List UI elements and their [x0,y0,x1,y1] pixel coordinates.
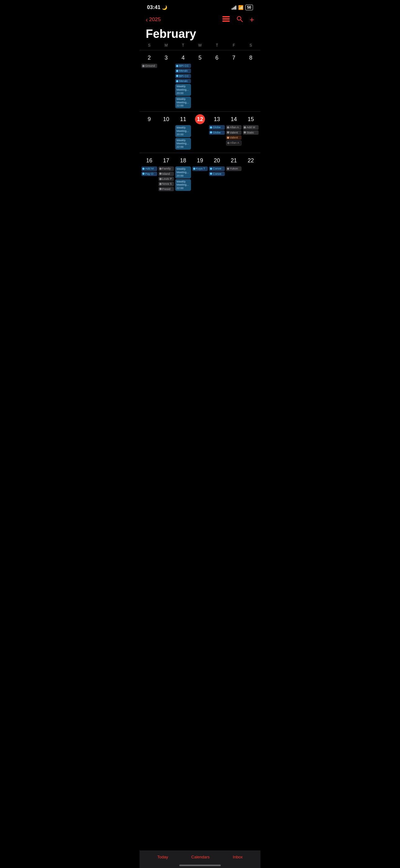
week-row-2: 9 10 11 WeeklyMeeting...20:00 WeeklyMeet… [139,112,261,153]
day-cell-17[interactable]: 17 Family Island Louis P Nova S Presid [158,155,175,192]
day-cell-18[interactable]: 18 WeeklyMeeting...20:00 WeeklyMeeting..… [174,155,192,192]
event-kuya-t[interactable]: Kuya T [192,166,208,171]
event-add-m-1[interactable]: Add M [243,125,259,129]
day-header-sun: S [141,42,158,49]
event-conve-1[interactable]: Conve [209,166,225,171]
event-allan-a-2[interactable]: Allan A [226,140,242,145]
event-weekly-meeting-1[interactable]: WeeklyMeeting...20:00 [175,84,191,96]
nav-header: ‹ 2025 + [139,13,261,25]
event-globe-1[interactable]: Globe [209,125,225,129]
event-globe-2[interactable]: Globe [209,130,225,135]
signal-bars-icon [232,6,236,10]
list-view-icon[interactable] [222,16,230,23]
day-cell-12[interactable]: 12 [192,114,209,151]
event-island[interactable]: Island [159,172,174,176]
event-allan-a-1[interactable]: Allan A [226,125,242,129]
event-presid[interactable]: Presid [159,187,174,191]
day-header-fri: F [226,42,242,49]
day-cell-19[interactable]: 19 Kuya T [192,155,209,192]
svg-rect-1 [222,18,230,20]
battery-icon: 56 [245,5,253,10]
day-cell-16[interactable]: 16 Add M Pay O [141,155,158,192]
event-weekly-meeting-3[interactable]: WeeklyMeeting...20:00 [175,125,191,137]
event-valent-2[interactable]: Valent [226,135,242,140]
event-bpi-1[interactable]: BPI CC [175,64,191,68]
month-title: February [139,25,261,42]
day-cell-9[interactable]: 9 [141,114,158,151]
event-nova-s[interactable]: Nova S [159,182,174,186]
svg-rect-0 [222,16,230,18]
event-pay-o[interactable]: Pay O [141,172,157,176]
day-cell-20[interactable]: 20 Conve Conve [208,155,226,192]
search-icon[interactable] [237,16,243,24]
day-cell-6[interactable]: 6 [208,52,226,89]
day-cell-22[interactable]: 22 [242,155,259,192]
status-time: 03:41 [147,4,160,10]
day-cell-8[interactable]: 8 [242,52,259,89]
event-weekly-meeting-2[interactable]: WeeklyMeeting...22:00 [175,97,191,108]
day-cell-2[interactable]: 2 Ground [141,52,158,89]
week-row-3: 16 Add M Pay O 17 Family Island Louis P … [139,153,261,194]
week-row-1: 2 Ground 3 4 BPI CC Meralc BPI CC Meralc [139,50,261,112]
day-cell-11[interactable]: 11 WeeklyMeeting...20:00 WeeklyMeeting..… [174,114,192,151]
day-cell-7[interactable]: 7 [226,52,242,89]
status-icons: 📶 56 [232,5,253,10]
nav-actions: + [222,16,254,24]
status-bar: 03:41 🌙 📶 56 [139,0,261,13]
back-year-label: 2025 [149,17,161,23]
add-event-icon[interactable]: + [249,16,254,24]
event-weekly-meeting-5[interactable]: WeeklyMeeting...20:00 [175,166,191,178]
event-valent-1[interactable]: Valent [226,130,242,135]
event-static[interactable]: Static [243,130,259,135]
day-cell-3[interactable]: 3 [158,52,175,89]
svg-line-4 [241,20,242,22]
day-cell-4[interactable]: 4 BPI CC Meralc BPI CC Meralc WeeklyMeet… [174,52,192,110]
event-yukon[interactable]: Yukon [226,166,242,171]
svg-rect-2 [222,21,230,22]
day-header-tue: T [174,42,192,49]
event-add-m-2[interactable]: Add M [141,166,157,171]
day-cell-14[interactable]: 14 Allan A Valent Valent Allan A [226,114,242,151]
day-cell-10[interactable]: 10 [158,114,175,151]
day-header-thu: T [208,42,226,49]
wifi-icon: 📶 [238,5,243,10]
day-cell-13[interactable]: 13 Globe Globe [208,114,226,151]
event-meralco-1[interactable]: Meralc [175,69,191,73]
event-bpi-2[interactable]: BPI CC [175,74,191,78]
day-headers: S M T W T F S [139,42,261,49]
moon-icon: 🌙 [162,5,167,10]
event-conve-2[interactable]: Conve [209,172,225,176]
back-button[interactable]: ‹ 2025 [146,16,161,23]
day-header-mon: M [158,42,175,49]
event-ground[interactable]: Ground [141,64,157,68]
svg-point-3 [237,17,241,20]
day-header-sat: S [242,42,259,49]
day-header-wed: W [192,42,209,49]
day-cell-15[interactable]: 15 Add M Static [242,114,259,151]
event-meralco-2[interactable]: Meralc [175,79,191,83]
event-weekly-meeting-6[interactable]: WeeklyMeeting...22:00 [175,179,191,191]
chevron-left-icon: ‹ [146,16,148,23]
day-cell-21[interactable]: 21 Yukon [226,155,242,192]
day-cell-5[interactable]: 5 [192,52,209,89]
event-louis-p[interactable]: Louis P [159,177,174,181]
event-weekly-meeting-4[interactable]: WeeklyMeeting...22:00 [175,138,191,150]
event-family[interactable]: Family [159,166,174,171]
